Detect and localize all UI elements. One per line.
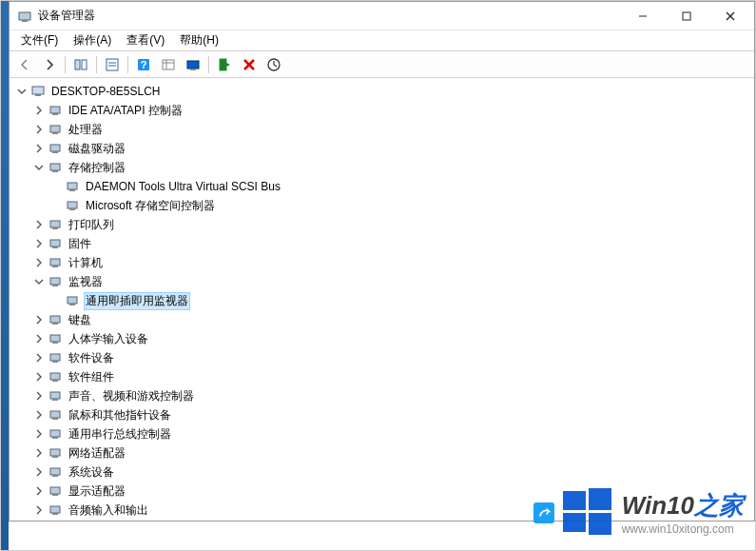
tree-item[interactable]: 通用串行总线控制器	[10, 424, 754, 443]
tree-item[interactable]: 键盘	[10, 310, 754, 329]
tree-item[interactable]: 鼠标和其他指针设备	[10, 405, 754, 424]
tree-item[interactable]: 处理器	[10, 120, 754, 139]
tree-item[interactable]: 软件组件	[10, 367, 754, 386]
minimize-button[interactable]	[621, 2, 665, 30]
menu-file[interactable]: 文件(F)	[13, 30, 66, 50]
back-button[interactable]	[13, 54, 36, 75]
chevron-right-icon[interactable]	[32, 104, 46, 117]
tree-item[interactable]: 固件	[10, 234, 754, 253]
properties-button[interactable]	[101, 54, 124, 75]
chevron-right-icon[interactable]	[32, 370, 46, 384]
svg-rect-43	[52, 285, 58, 286]
svg-rect-32	[68, 183, 77, 189]
device-icon	[48, 483, 63, 499]
tree-item-label: 声音、视频和游戏控制器	[67, 387, 196, 405]
tree-item-label: 监视器	[67, 273, 105, 291]
left-background-strip	[1, 1, 9, 550]
svg-rect-47	[52, 323, 58, 325]
chevron-right-icon[interactable]	[32, 446, 46, 460]
toolbar-separator	[96, 56, 97, 73]
show-hide-console-button[interactable]	[69, 54, 92, 75]
svg-rect-53	[52, 380, 58, 382]
chevron-down-icon[interactable]	[32, 161, 46, 174]
svg-rect-60	[50, 449, 60, 456]
svg-rect-22	[32, 87, 44, 94]
tree-item[interactable]: 声音、视频和游戏控制器	[10, 386, 754, 405]
tree-item-label: IDE ATA/ATAPI 控制器	[67, 102, 184, 120]
forward-button[interactable]	[38, 54, 61, 75]
svg-rect-17	[190, 69, 196, 70]
device-icon	[48, 407, 63, 423]
device-icon	[48, 312, 63, 327]
scan-hardware-button[interactable]	[182, 54, 204, 75]
details-button[interactable]	[157, 54, 180, 75]
tree-item[interactable]: 计算机	[10, 253, 754, 272]
chevron-right-icon[interactable]	[32, 218, 46, 231]
menu-help[interactable]: 帮助(H)	[172, 30, 226, 50]
svg-rect-39	[52, 246, 58, 248]
tree-item[interactable]: 打印队列	[10, 215, 754, 234]
tree-item-label: 软件设备	[67, 349, 116, 367]
chevron-right-icon[interactable]	[32, 313, 46, 326]
tree-item[interactable]: DAEMON Tools Ultra Virtual SCSI Bus	[10, 177, 754, 196]
svg-rect-41	[52, 266, 58, 267]
chevron-right-icon[interactable]	[32, 389, 46, 403]
uninstall-device-button[interactable]	[238, 54, 261, 75]
maximize-button[interactable]	[665, 2, 708, 30]
watermark-title-suffix: 之家	[694, 491, 744, 520]
chevron-right-icon[interactable]	[32, 408, 46, 422]
device-tree[interactable]: DESKTOP-8E5SLCH IDE ATA/ATAPI 控制器处理器磁盘驱动…	[10, 78, 754, 521]
tree-item[interactable]: 人体学输入设备	[10, 329, 754, 348]
device-icon	[48, 331, 63, 346]
device-icon	[48, 217, 63, 232]
chevron-right-icon[interactable]	[32, 237, 46, 250]
tree-item[interactable]: 监视器	[10, 272, 754, 291]
menu-action[interactable]: 操作(A)	[66, 30, 119, 50]
tree-item-label: 计算机	[67, 254, 105, 272]
svg-rect-28	[50, 145, 60, 151]
chevron-right-icon[interactable]	[32, 465, 46, 479]
svg-rect-18	[220, 59, 226, 70]
svg-rect-59	[52, 437, 58, 439]
tree-item-label: 通用串行总线控制器	[67, 425, 173, 443]
tree-item[interactable]: 系统设备	[10, 462, 754, 482]
svg-rect-44	[68, 297, 77, 304]
chevron-down-icon[interactable]	[32, 275, 46, 288]
tree-item[interactable]: 软件设备	[10, 348, 754, 367]
toolbar-separator	[127, 56, 128, 73]
svg-rect-29	[52, 151, 58, 153]
help-button[interactable]: ?	[132, 54, 155, 75]
close-button[interactable]	[708, 2, 752, 30]
tree-root-label: DESKTOP-8E5SLCH	[49, 84, 163, 99]
enable-device-button[interactable]	[213, 54, 236, 75]
chevron-right-icon[interactable]	[32, 256, 46, 269]
chevron-right-icon[interactable]	[32, 484, 46, 498]
svg-rect-38	[50, 240, 60, 246]
tree-item[interactable]: Microsoft 存储空间控制器	[10, 196, 754, 215]
svg-rect-26	[50, 126, 60, 132]
chevron-down-icon[interactable]	[15, 85, 29, 98]
svg-rect-8	[107, 59, 118, 70]
svg-rect-42	[50, 278, 60, 285]
tree-item[interactable]: 存储控制器	[10, 158, 754, 177]
watermark-title-main: Win10	[622, 491, 694, 520]
svg-rect-50	[50, 354, 60, 361]
chevron-right-icon[interactable]	[32, 332, 46, 345]
svg-rect-68	[563, 491, 586, 510]
update-driver-button[interactable]	[262, 54, 285, 75]
tree-item[interactable]: 通用即插即用监视器	[10, 291, 754, 310]
tree-item[interactable]: 网络适配器	[10, 443, 754, 462]
chevron-right-icon[interactable]	[32, 503, 46, 517]
tree-item[interactable]: IDE ATA/ATAPI 控制器	[10, 101, 754, 120]
menu-view[interactable]: 查看(V)	[119, 30, 172, 50]
chevron-right-icon[interactable]	[32, 427, 46, 441]
svg-rect-66	[50, 506, 60, 513]
chevron-right-icon[interactable]	[32, 123, 46, 136]
tree-root[interactable]: DESKTOP-8E5SLCH	[10, 82, 754, 101]
svg-text:?: ?	[141, 59, 147, 70]
chevron-right-icon[interactable]	[32, 142, 46, 155]
tree-item[interactable]: 磁盘驱动器	[10, 139, 754, 158]
tree-item-label: 通用即插即用监视器	[84, 292, 190, 310]
chevron-right-icon[interactable]	[32, 351, 46, 364]
device-icon	[48, 255, 63, 270]
